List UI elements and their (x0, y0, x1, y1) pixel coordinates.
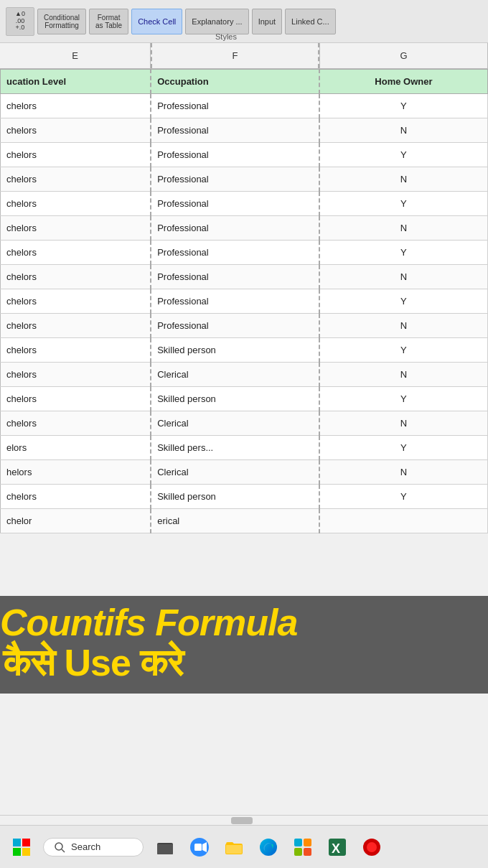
col-e-header[interactable]: E (0, 43, 151, 68)
svg-rect-7 (157, 844, 173, 854)
table-row[interactable]: chelorsProfessionalN (1, 167, 488, 192)
homeowner-cell: Y (319, 94, 488, 118)
explanatory-btn[interactable]: Explanatory ... (185, 9, 248, 34)
table-row[interactable]: chelorsClericalN (1, 411, 488, 436)
linked-btn[interactable]: Linked C... (285, 9, 336, 34)
table-row[interactable]: elorsSkilled pers...Y (1, 436, 488, 460)
edge-browser-icon[interactable] (255, 834, 281, 860)
table-row[interactable]: chelorsSkilled personY (1, 387, 488, 411)
svg-rect-12 (294, 839, 302, 846)
table-row[interactable]: chelorsSkilled personY (1, 338, 488, 363)
search-bar[interactable]: Search (43, 838, 144, 857)
homeowner-cell: Y (319, 192, 488, 216)
record-icon (362, 837, 382, 857)
table-row[interactable]: chelorsProfessionalN (1, 118, 488, 143)
svg-point-19 (367, 842, 377, 852)
table-row[interactable]: chelorsProfessionalY (1, 192, 488, 216)
overlay-line2: कैसे Use करे (0, 643, 488, 683)
table-row[interactable]: chelorsProfessionalY (1, 143, 488, 167)
education-cell: chelors (1, 338, 151, 363)
education-cell: chelors (1, 363, 151, 387)
homeowner-cell: Y (319, 241, 488, 265)
education-cell: chelors (1, 411, 151, 436)
homeowner-cell: N (319, 265, 488, 289)
svg-rect-13 (304, 839, 311, 846)
education-cell: chelors (1, 314, 151, 338)
excel-icon: X (327, 837, 347, 857)
col-f-header[interactable]: F (151, 43, 319, 68)
horizontal-scrollbar[interactable] (0, 815, 488, 825)
table-row[interactable]: chelorsProfessionalY (1, 94, 488, 118)
occupation-cell: Skilled person (151, 387, 319, 411)
homeowner-cell: N (319, 118, 488, 143)
homeowner-cell: Y (319, 338, 488, 363)
education-cell: chelors (1, 289, 151, 314)
education-cell: chelor (1, 509, 151, 533)
conditional-formatting-btn[interactable]: Conditional Formatting (37, 9, 86, 34)
number-format-icon: ▲0.00+.0 (6, 7, 34, 36)
occupation-cell: Skilled pers... (151, 436, 319, 460)
education-cell: chelors (1, 143, 151, 167)
file-explorer-icon[interactable] (221, 834, 247, 860)
zoom-icon[interactable] (187, 834, 212, 860)
check-cell-btn[interactable]: Check Cell (131, 9, 182, 34)
table-row[interactable]: chelorsProfessionalY (1, 241, 488, 265)
occupation-cell: Skilled person (151, 485, 319, 509)
svg-rect-2 (13, 848, 21, 856)
pinned-app-icon (155, 837, 175, 857)
store-icon (293, 837, 313, 857)
table-row[interactable]: chelorsProfessionalN (1, 216, 488, 241)
input-btn[interactable]: Input (252, 9, 282, 34)
format-as-table-btn[interactable]: Format as Table (89, 9, 128, 34)
folder-icon (224, 837, 244, 857)
overlay-banner: Countifs Formula कैसे Use करे (0, 596, 488, 694)
table-row[interactable]: chelorsProfessionalN (1, 314, 488, 338)
homeowner-cell: N (319, 314, 488, 338)
excel-toolbar: ▲0.00+.0 Conditional Formatting Format a… (0, 0, 488, 43)
svg-rect-15 (304, 848, 311, 856)
svg-rect-9 (194, 844, 202, 851)
occupation-cell: Professional (151, 314, 319, 338)
svg-line-5 (62, 849, 65, 852)
homeowner-cell: Y (319, 289, 488, 314)
education-col-header: ucation Level (1, 70, 151, 94)
occupation-cell: Clerical (151, 411, 319, 436)
overlay-line1: Countifs Formula (0, 603, 488, 643)
recording-icon[interactable] (359, 834, 385, 860)
svg-rect-3 (22, 848, 30, 856)
file-explorer-pinned-icon[interactable] (152, 834, 178, 860)
homeowner-cell: Y (319, 436, 488, 460)
table-row[interactable]: chelorsProfessionalY (1, 289, 488, 314)
excel-app-icon[interactable]: X (324, 834, 350, 860)
svg-point-11 (260, 839, 277, 856)
table-row[interactable]: helorsClericalN (1, 460, 488, 485)
table-row[interactable]: chelorsSkilled personY (1, 485, 488, 509)
table-row[interactable]: chelorsProfessionalN (1, 265, 488, 289)
svg-rect-14 (294, 848, 302, 856)
homeowner-cell: N (319, 363, 488, 387)
table-row[interactable]: chelorsClericalN (1, 363, 488, 387)
homeowner-col-header: Home Owner (319, 70, 488, 94)
table-row[interactable]: chelorerical (1, 509, 488, 533)
education-cell: elors (1, 436, 151, 460)
occupation-cell: Professional (151, 265, 319, 289)
occupation-cell: Professional (151, 143, 319, 167)
education-cell: chelors (1, 94, 151, 118)
homeowner-cell: Y (319, 485, 488, 509)
windows-start-button[interactable] (9, 834, 34, 860)
svg-text:X: X (332, 841, 340, 856)
scrollbar-thumb[interactable] (231, 817, 253, 824)
homeowner-cell: Y (319, 143, 488, 167)
education-cell: chelors (1, 265, 151, 289)
occupation-cell: Clerical (151, 460, 319, 485)
occupation-cell: Professional (151, 216, 319, 241)
search-icon (54, 841, 65, 853)
education-cell: helors (1, 460, 151, 485)
svg-point-4 (55, 843, 62, 850)
microsoft-store-icon[interactable] (290, 834, 316, 860)
homeowner-cell (319, 509, 488, 533)
education-cell: chelors (1, 387, 151, 411)
occupation-cell: Professional (151, 94, 319, 118)
occupation-cell: erical (151, 509, 319, 533)
col-g-header[interactable]: G (319, 43, 488, 68)
